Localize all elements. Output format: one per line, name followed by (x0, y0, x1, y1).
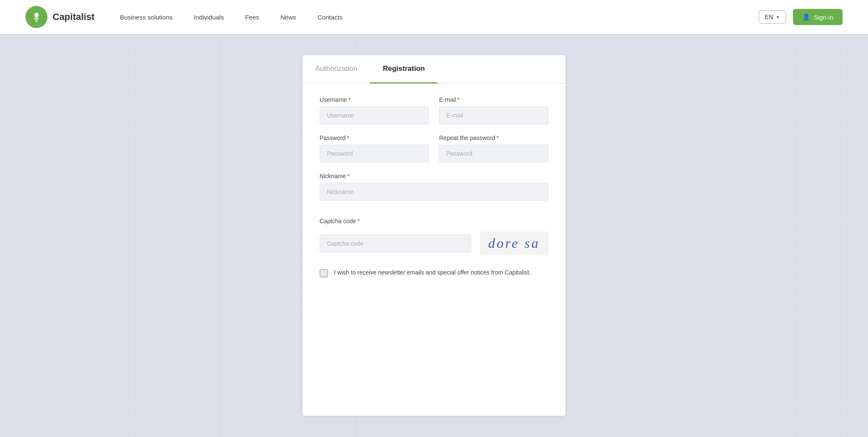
nav-fees[interactable]: Fees (245, 14, 259, 21)
nav-contacts[interactable]: Contacts (317, 14, 342, 21)
language-label: EN (765, 14, 773, 20)
email-required: * (457, 96, 459, 103)
captcha-label: Captcha code* (320, 218, 548, 224)
registration-card: Authorization Registration Username* E-m… (303, 55, 565, 416)
form-row-nickname: Nickname* (320, 173, 548, 201)
newsletter-label: I wish to receive newsletter emails and … (334, 268, 531, 277)
password-input[interactable] (320, 145, 429, 162)
nickname-input[interactable] (320, 183, 548, 201)
logo-text: Capitalist (53, 11, 95, 22)
signin-label: Sign in (814, 14, 833, 21)
svg-rect-3 (36, 21, 37, 22)
nickname-group: Nickname* (320, 173, 548, 201)
logo-icon (25, 6, 47, 28)
chevron-down-icon: ▼ (776, 15, 780, 20)
nickname-label: Nickname* (320, 173, 548, 179)
email-group: E-mail* (439, 96, 548, 124)
newsletter-checkbox[interactable] (320, 269, 328, 277)
logo-link[interactable]: Capitalist (25, 6, 95, 28)
captcha-input-wrap (320, 235, 471, 252)
tab-authorization[interactable]: Authorization (303, 55, 370, 84)
repeat-password-label: Repeat the password* (439, 134, 548, 141)
form-row-passwords: Password* Repeat the password* (320, 134, 548, 162)
captcha-input[interactable] (320, 235, 471, 252)
username-label: Username* (320, 96, 429, 103)
svg-rect-1 (34, 18, 39, 19)
username-group: Username* (320, 96, 429, 124)
username-required: * (348, 96, 351, 103)
main-nav: Business solutions Individuals Fees News… (120, 14, 759, 21)
language-selector[interactable]: EN ▼ (759, 10, 786, 24)
nav-individuals[interactable]: Individuals (194, 14, 224, 21)
form-row-username-email: Username* E-mail* (320, 96, 548, 124)
email-input[interactable] (439, 106, 548, 124)
captcha-group: Captcha code* (320, 218, 548, 228)
nickname-required: * (347, 173, 349, 179)
password-required: * (347, 134, 349, 141)
page-background: Authorization Registration Username* E-m… (0, 34, 868, 437)
email-label: E-mail* (439, 96, 548, 103)
captcha-image: dore sa (480, 231, 548, 255)
password-group: Password* (320, 134, 429, 162)
password-label: Password* (320, 134, 429, 141)
header-actions: EN ▼ 👤 Sign in (759, 9, 843, 25)
registration-form: Username* E-mail* Password* (303, 96, 565, 255)
repeat-password-required: * (496, 134, 498, 141)
tab-registration[interactable]: Registration (370, 55, 437, 84)
svg-rect-2 (35, 20, 38, 20)
signin-button[interactable]: 👤 Sign in (793, 9, 843, 25)
user-icon: 👤 (802, 13, 810, 21)
tab-bar: Authorization Registration (303, 55, 565, 84)
nav-business-solutions[interactable]: Business solutions (120, 14, 172, 21)
repeat-password-input[interactable] (439, 145, 548, 162)
username-input[interactable] (320, 106, 429, 124)
newsletter-row: I wish to receive newsletter emails and … (303, 268, 565, 277)
header: Capitalist Business solutions Individual… (0, 0, 868, 34)
repeat-password-group: Repeat the password* (439, 134, 548, 162)
captcha-required: * (357, 218, 359, 224)
nav-news[interactable]: News (281, 14, 297, 21)
captcha-row: dore sa (320, 231, 548, 255)
